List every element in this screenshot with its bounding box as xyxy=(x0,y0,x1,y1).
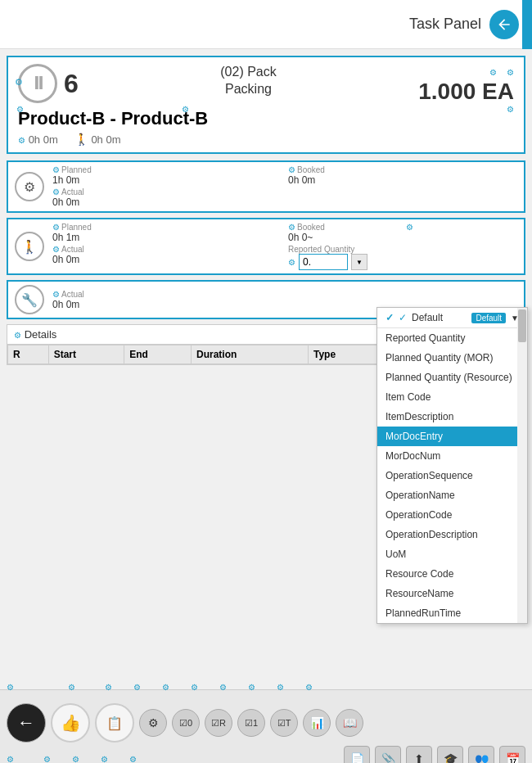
dropdown-item-10[interactable]: OperationDescription xyxy=(377,525,527,544)
dropdown-item-5[interactable]: MorDocEntry xyxy=(377,427,527,446)
dropdown-item-4[interactable]: ItemDescription xyxy=(377,407,527,427)
gear-circle-icon[interactable]: ⚙ xyxy=(15,172,44,201)
rq-label: Reported Quantity xyxy=(288,245,517,254)
default-check: ✓ xyxy=(399,312,407,323)
dropdown-item-0[interactable]: Reported Quantity xyxy=(377,328,527,348)
blue-accent xyxy=(522,0,532,49)
dropdown-item-3[interactable]: Item Code xyxy=(377,387,527,407)
person-circle-icon[interactable]: 🚶 xyxy=(15,232,44,261)
col-duration: Duration xyxy=(191,345,308,364)
person-time-2: 0h 0m xyxy=(91,133,120,146)
planned-time-1: 1h 0m xyxy=(52,174,164,186)
task-card: ⚙ ⏸ 6 (02) Pack Packing ⚙ ⚙ 1.000 EA ⚙ xyxy=(7,56,525,154)
col-r: R xyxy=(8,345,49,364)
dropdown-item-13[interactable]: ResourceName xyxy=(377,584,527,603)
toolbar-main-row: ← 👍 📋 ⚙ ☑0 ☑R ☑1 ☑T 📊 📖 xyxy=(0,700,532,746)
info-section-2: 🚶 ⚙ Planned 0h 1m ⚙ Booked xyxy=(7,218,525,275)
quantity-value: 1.000 EA xyxy=(418,79,514,105)
toolbar-grad-btn[interactable]: 🎓 xyxy=(437,746,463,763)
booked-label-2: ⚙ Booked xyxy=(288,223,399,232)
actual-label-1: ⚙ Actual xyxy=(52,187,164,196)
toolbar-book-button[interactable]: 📖 xyxy=(336,709,363,737)
booked-time-2: 0h 0~ xyxy=(288,232,399,243)
booked-label-1: ⚙ Booked xyxy=(288,165,399,174)
back-arrow-icon xyxy=(496,16,512,33)
back-button[interactable] xyxy=(489,10,519,39)
toolbar-file-btn[interactable]: 📄 xyxy=(344,746,370,763)
planned-label-2: ⚙ Planned xyxy=(52,223,164,232)
actual-label-3: ⚙ Actual xyxy=(52,290,164,299)
default-badge: Default xyxy=(471,313,506,323)
toolbar-like-button[interactable]: 👍 xyxy=(51,703,90,743)
toolbar-clip-btn[interactable]: 📎 xyxy=(375,746,401,763)
planned-label-1: ⚙ Planned xyxy=(52,165,164,174)
info-grid-1: ⚙ Planned 1h 0m ⚙ Booked 0h 0m xyxy=(52,165,517,208)
actual-time-2: 0h 0m xyxy=(52,254,282,265)
planned-time-2: 0h 1m xyxy=(52,232,164,243)
toolbar-checkR-button[interactable]: ☑R xyxy=(205,709,232,737)
column-dropdown[interactable]: ✓ Default Default ▼ Reported Quantity Pl… xyxy=(376,307,528,624)
gear-time-1: 0h 0m xyxy=(29,133,58,146)
task-times: ⚙ 0h 0m 🚶 0h 0m xyxy=(18,133,514,146)
task-number: 6 xyxy=(64,69,79,99)
operation-code: (02) Pack xyxy=(220,64,276,81)
info-grid-2: ⚙ Planned 0h 1m ⚙ Booked 0h 0~ xyxy=(52,223,517,270)
toolbar-cal-btn[interactable]: 📅 xyxy=(499,746,525,763)
dropdown-item-1[interactable]: Planned Quantity (MOR) xyxy=(377,348,527,368)
wrench-circle-icon[interactable]: 🔧 xyxy=(15,285,44,314)
toolbar-checkT-button[interactable]: ☑T xyxy=(270,709,298,737)
task-quantity: ⚙ ⚙ 1.000 EA xyxy=(418,64,514,105)
toolbar-bottom-row: ⚙ ⚙ ⚙ ⚙ ⚙ 📄 📎 ⬆ 🎓 👥 📅 xyxy=(0,746,532,763)
dropdown-scrollbar[interactable] xyxy=(517,308,527,623)
toolbar-docs-button[interactable]: 📋 xyxy=(95,703,134,743)
dropdown-item-11[interactable]: UoM xyxy=(377,544,527,564)
rq-dropdown-btn[interactable]: ▼ xyxy=(351,254,367,270)
dropdown-item-default[interactable]: ✓ Default Default ▼ xyxy=(377,308,527,327)
toolbar-gear-button[interactable]: ⚙ xyxy=(139,709,167,737)
reported-quantity-input[interactable] xyxy=(299,254,348,270)
dropdown-item-8[interactable]: OperationName xyxy=(377,485,527,505)
info-row-2: 🚶 ⚙ Planned 0h 1m ⚙ Booked xyxy=(8,219,524,273)
dropdown-item-7[interactable]: OperationSequence xyxy=(377,466,527,485)
operation-name: Packing xyxy=(220,81,276,98)
task-name: (02) Pack Packing xyxy=(220,64,276,98)
pause-symbol: ⏸ xyxy=(29,73,46,94)
pause-icon[interactable]: ⏸ xyxy=(18,64,57,103)
toolbar-up-btn[interactable]: ⬆ xyxy=(406,746,432,763)
toolbar-people-btn[interactable]: 👥 xyxy=(468,746,494,763)
task-panel-title: Task Panel xyxy=(409,16,481,33)
info-row-1: ⚙ ⚙ Planned 1h 0m ⚙ Booked xyxy=(8,162,524,211)
toolbar-bottom-icons: 📄 📎 ⬆ 🎓 👥 📅 xyxy=(344,746,525,763)
booked-time-1: 0h 0m xyxy=(288,174,399,186)
dropdown-item-14[interactable]: PlannedRunTime xyxy=(377,603,527,623)
dropdown-item-6[interactable]: MorDocNum xyxy=(377,446,527,466)
toolbar-check0-button[interactable]: ☑0 xyxy=(172,709,200,737)
toolbar-back-button[interactable]: ← xyxy=(7,703,46,743)
scrollbar-thumb[interactable] xyxy=(518,309,526,342)
dropdown-item-2[interactable]: Planned Quantity (Resource) xyxy=(377,368,527,387)
info-section-1: ⚙ ⚙ Planned 1h 0m ⚙ Booked xyxy=(7,160,525,213)
col-end: End xyxy=(124,345,192,364)
actual-label-2: ⚙ Actual xyxy=(52,245,282,254)
col-start: Start xyxy=(48,345,124,364)
dropdown-item-12[interactable]: Resource Code xyxy=(377,564,527,584)
bottom-toolbar: ⚙ ⚙ ⚙ ⚙ ⚙ ⚙ ⚙ ⚙ ⚙ ⚙ ← 👍 📋 ⚙ ☑0 ☑R ☑1 ☑T … xyxy=(0,689,532,763)
toolbar-check1-button[interactable]: ☑1 xyxy=(237,709,265,737)
actual-time-1: 0h 0m xyxy=(52,196,164,208)
dropdown-item-9[interactable]: OperationCode xyxy=(377,505,527,525)
col-type: Type xyxy=(308,345,383,364)
top-bar: Task Panel xyxy=(0,0,532,49)
toolbar-top-row: ⚙ ⚙ ⚙ ⚙ ⚙ ⚙ ⚙ ⚙ ⚙ ⚙ xyxy=(0,690,532,700)
toolbar-chart-button[interactable]: 📊 xyxy=(303,709,331,737)
actual-time-3: 0h 0m xyxy=(52,299,164,310)
product-name: Product-B - Product-B xyxy=(18,108,514,129)
